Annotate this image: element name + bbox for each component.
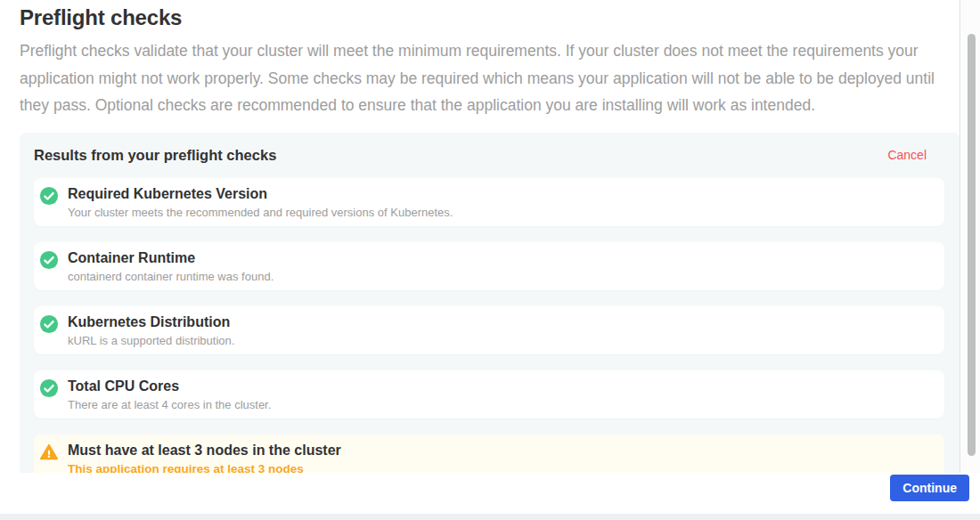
check-text: Container Runtime containerd container r… <box>68 249 274 283</box>
check-list: Required Kubernetes Version Your cluster… <box>34 178 944 483</box>
check-text: Must have at least 3 nodes in the cluste… <box>68 442 341 475</box>
check-title: Total CPU Cores <box>68 378 271 394</box>
check-card: Kubernetes Distribution kURL is a suppor… <box>34 306 944 354</box>
check-text: Kubernetes Distribution kURL is a suppor… <box>68 313 234 347</box>
next-section-edge <box>0 514 980 520</box>
preflight-page: Preflight checks Preflight checks valida… <box>0 0 980 520</box>
check-message: containerd container runtime was found. <box>68 270 274 283</box>
scrollbar-track[interactable] <box>961 0 980 473</box>
scrollbar-thumb[interactable] <box>968 34 976 456</box>
preflight-results-panel: Results from your preflight checks Cance… <box>20 133 960 507</box>
panel-title: Results from your preflight checks <box>34 147 276 164</box>
check-card: Required Kubernetes Version Your cluster… <box>34 178 944 226</box>
check-title: Kubernetes Distribution <box>68 313 234 330</box>
check-warning-icon <box>39 443 59 462</box>
check-success-icon <box>39 314 59 334</box>
page-title: Preflight checks <box>20 5 960 30</box>
check-title: Required Kubernetes Version <box>68 185 453 202</box>
page-description: Preflight checks validate that your clus… <box>20 37 944 119</box>
check-card: Container Runtime containerd container r… <box>34 242 944 290</box>
cancel-link[interactable]: Cancel <box>887 148 927 162</box>
check-success-icon <box>39 378 59 398</box>
check-text: Required Kubernetes Version Your cluster… <box>68 185 453 219</box>
check-message: kURL is a supported distribution. <box>68 334 234 347</box>
check-title: Must have at least 3 nodes in the cluste… <box>68 442 341 459</box>
panel-header: Results from your preflight checks Cance… <box>34 147 944 164</box>
check-card: Total CPU Cores There are at least 4 cor… <box>34 370 944 418</box>
check-title: Container Runtime <box>68 249 274 266</box>
check-success-icon <box>39 250 59 270</box>
check-message: There are at least 4 cores in the cluste… <box>68 398 271 411</box>
check-text: Total CPU Cores There are at least 4 cor… <box>68 378 271 411</box>
check-success-icon <box>39 186 59 206</box>
scrollable-content: Preflight checks Preflight checks valida… <box>0 0 960 520</box>
continue-button[interactable]: Continue <box>890 475 969 501</box>
check-message: Your cluster meets the recommended and r… <box>68 206 453 219</box>
